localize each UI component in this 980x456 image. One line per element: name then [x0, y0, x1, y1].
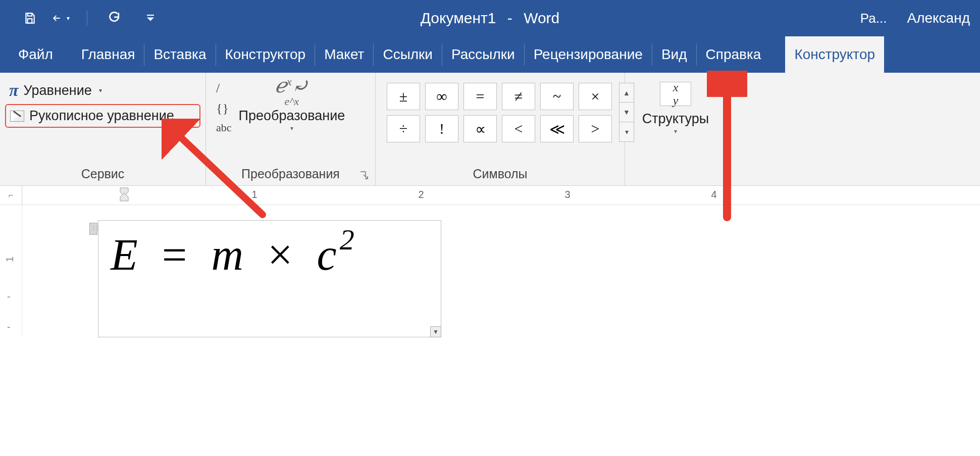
- undo-icon: [53, 13, 64, 24]
- window-title: Документ1 - Word: [421, 10, 560, 27]
- group-label-structures: [625, 165, 726, 185]
- ruler-mark: 4: [711, 189, 716, 200]
- vruler-mark: 1: [4, 257, 16, 262]
- redo-icon: [107, 12, 120, 25]
- symbol-proportional[interactable]: ∝: [463, 115, 497, 142]
- convert-label: Преобразование: [239, 108, 345, 124]
- ink-equation-label: Рукописное уравнение: [29, 108, 174, 124]
- redo-button[interactable]: [105, 10, 122, 27]
- ruler-mark: 2: [418, 189, 424, 200]
- qat-separator: [87, 11, 87, 26]
- symbol-infinity[interactable]: ∞: [425, 83, 458, 110]
- fraction-icon: xy: [660, 82, 691, 106]
- contextual-tab-name-truncated: Ра...: [860, 11, 887, 26]
- symbol-tilde[interactable]: ~: [540, 83, 574, 110]
- titlebar: ▾ Документ1 - Word Ра... Александ: [0, 0, 980, 36]
- symbol-much-less[interactable]: ≪: [540, 115, 574, 142]
- symbol-not-equal[interactable]: ≠: [502, 83, 535, 110]
- quick-access-toolbar: ▾: [0, 10, 159, 27]
- ribbon-group-conversions: / {} abc ℯx⤾e^x Преобразование ▾ Преобра…: [206, 73, 376, 185]
- dialog-launcher-icon: [359, 170, 369, 180]
- braces-button[interactable]: {}: [216, 101, 232, 116]
- symbol-greater-than[interactable]: >: [579, 115, 612, 142]
- tab-design[interactable]: Конструктор: [216, 36, 315, 73]
- symbol-equals[interactable]: =: [463, 83, 497, 110]
- horizontal-ruler-row: ⌐ 1 2 3 4: [0, 186, 980, 205]
- tab-layout[interactable]: Макет: [315, 36, 373, 73]
- linear-slash-button[interactable]: /: [216, 81, 232, 96]
- ruler-mark: 1: [251, 189, 257, 200]
- title-separator: -: [507, 10, 512, 26]
- save-icon: [23, 12, 36, 25]
- ink-equation-icon: [10, 111, 24, 122]
- tab-equation-design[interactable]: Конструктор: [785, 36, 884, 73]
- svg-rect-1: [28, 19, 32, 23]
- chevron-down-icon: ▾: [290, 125, 293, 132]
- svg-rect-2: [147, 15, 154, 16]
- symbol-less-than[interactable]: <: [502, 115, 535, 142]
- tab-home[interactable]: Главная: [72, 36, 144, 73]
- ribbon: π Уравнение ▾ Рукописное уравнение Серви…: [0, 73, 980, 186]
- equation-object[interactable]: E = m × c2 ▼: [98, 220, 441, 337]
- save-button[interactable]: [21, 10, 38, 27]
- ink-equation-button[interactable]: Рукописное уравнение: [5, 104, 200, 128]
- symbol-gallery: ± ∞ = ≠ ~ × ÷ ! ∝ < ≪ > ▲ ▼ ▾: [381, 76, 634, 142]
- symbol-factorial[interactable]: !: [425, 115, 458, 142]
- tab-insert[interactable]: Вставка: [144, 36, 215, 73]
- text-abc-button[interactable]: abc: [216, 121, 232, 134]
- chevron-down-icon: ▾: [67, 15, 70, 22]
- convert-dropdown[interactable]: ℯx⤾e^x Преобразование ▾: [235, 76, 353, 132]
- chevron-down-icon: ▾: [99, 87, 102, 94]
- tab-references[interactable]: Ссылки: [374, 36, 442, 73]
- equation-label: Уравнение: [24, 83, 92, 98]
- symbol-divide[interactable]: ÷: [387, 115, 420, 142]
- ruler-corner[interactable]: ⌐: [0, 186, 22, 205]
- conversion-format-buttons: / {} abc: [211, 76, 235, 134]
- undo-button[interactable]: ▾: [53, 10, 70, 27]
- ribbon-group-structures: xy Структуры ▾: [625, 73, 726, 185]
- structures-dropdown[interactable]: xy Структуры ▾: [632, 76, 719, 135]
- tab-view[interactable]: Вид: [652, 36, 696, 73]
- group-launcher-conversions[interactable]: [359, 170, 370, 181]
- page[interactable]: E = m × c2 ▼: [22, 205, 441, 337]
- symbol-multiply[interactable]: ×: [579, 83, 612, 110]
- tab-file[interactable]: Файл: [9, 36, 62, 73]
- group-label-tools: Сервис: [0, 165, 205, 185]
- equation-dropdown[interactable]: π Уравнение ▾: [5, 79, 200, 102]
- pi-icon: π: [9, 81, 19, 100]
- app-name: Word: [524, 10, 559, 26]
- equation-content[interactable]: E = m × c2: [98, 221, 441, 282]
- tab-help[interactable]: Справка: [697, 36, 770, 73]
- user-name: Александ: [907, 10, 970, 26]
- ribbon-group-symbols: ± ∞ = ≠ ~ × ÷ ! ∝ < ≪ > ▲ ▼ ▾: [376, 73, 625, 185]
- horizontal-ruler[interactable]: 1 2 3 4: [22, 186, 980, 205]
- svg-marker-4: [120, 193, 128, 201]
- group-label-conversions: Преобразования: [206, 165, 375, 185]
- chevron-down-icon: [147, 15, 154, 22]
- tab-mailings[interactable]: Рассылки: [442, 36, 524, 73]
- ribbon-tabstrip: Файл Главная Вставка Конструктор Макет С…: [0, 36, 980, 73]
- equation-move-handle[interactable]: [89, 223, 97, 235]
- group-label-symbols: Символы: [376, 165, 625, 185]
- structures-label: Структуры: [642, 111, 709, 127]
- ruler-mark: 3: [564, 189, 570, 200]
- ribbon-group-tools: π Уравнение ▾ Рукописное уравнение Серви…: [0, 73, 206, 185]
- document-area: 1 - - E = m × c2 ▼: [0, 205, 980, 337]
- customize-qat-button[interactable]: [142, 10, 159, 27]
- tab-review[interactable]: Рецензирование: [525, 36, 652, 73]
- indent-marker-icon[interactable]: [118, 187, 130, 202]
- convert-icon: ℯx⤾e^x: [275, 76, 309, 107]
- vertical-ruler[interactable]: 1 - -: [0, 205, 22, 337]
- symbol-plus-minus[interactable]: ±: [387, 83, 420, 110]
- svg-rect-0: [28, 13, 32, 16]
- equation-options-dropdown[interactable]: ▼: [430, 326, 441, 337]
- chevron-down-icon: ▾: [674, 128, 677, 135]
- document-name: Документ1: [421, 10, 496, 26]
- titlebar-right: Ра... Александ: [860, 10, 980, 26]
